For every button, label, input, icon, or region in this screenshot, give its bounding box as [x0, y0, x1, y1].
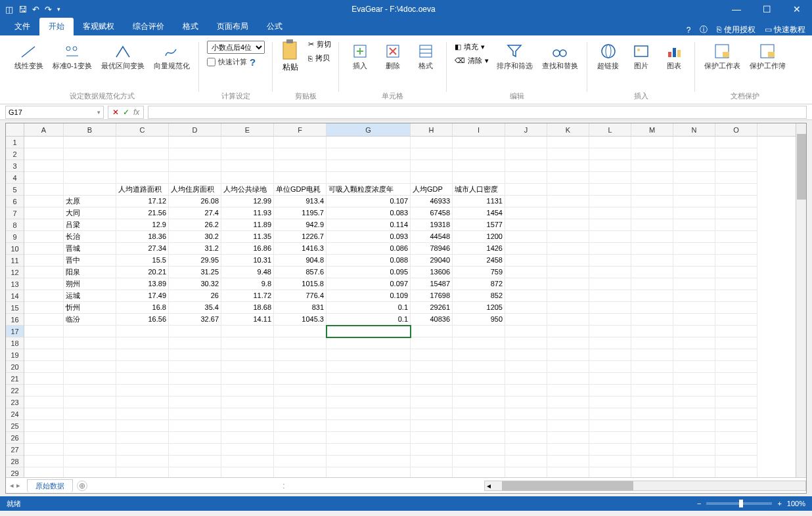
cell-G15[interactable]: 0.1: [327, 302, 411, 314]
sort-filter-button[interactable]: 排序和筛选: [493, 41, 537, 72]
cell-E2[interactable]: [221, 148, 274, 160]
col-header-H[interactable]: H: [411, 123, 453, 136]
cell-H16[interactable]: 40836: [411, 314, 453, 326]
row-header-16[interactable]: 16: [6, 314, 24, 326]
cell-J10[interactable]: [505, 243, 547, 255]
cell-H24[interactable]: [411, 408, 453, 420]
cell-E12[interactable]: 9.48: [221, 267, 274, 278]
cell-C26[interactable]: [116, 432, 169, 444]
row-header-6[interactable]: 6: [6, 196, 24, 207]
cell-A17[interactable]: [24, 326, 64, 337]
cell-J22[interactable]: [505, 385, 547, 397]
cell-K27[interactable]: [547, 444, 589, 456]
cell-H19[interactable]: [411, 349, 453, 361]
cell-N7[interactable]: [673, 207, 715, 219]
cell-J9[interactable]: [505, 231, 547, 243]
tab-nav-first-icon[interactable]: ◂: [10, 481, 14, 490]
cell-C17[interactable]: [116, 326, 169, 337]
picture-button[interactable]: 图片: [625, 41, 657, 72]
row-header-4[interactable]: 4: [6, 172, 24, 184]
cell-H2[interactable]: [411, 148, 453, 160]
cell-D2[interactable]: [169, 148, 221, 160]
cell-I14[interactable]: 852: [453, 290, 505, 302]
cell-K29[interactable]: [547, 467, 589, 477]
cell-D13[interactable]: 30.32: [169, 278, 221, 290]
cell-O15[interactable]: [715, 302, 757, 314]
cell-A11[interactable]: [24, 255, 64, 267]
cell-K1[interactable]: [547, 137, 589, 148]
cell-J28[interactable]: [505, 456, 547, 467]
cell-B10[interactable]: 晋城: [64, 243, 116, 255]
cell-A1[interactable]: [24, 137, 64, 148]
col-header-N[interactable]: N: [673, 123, 715, 136]
cell-B5[interactable]: [64, 184, 116, 196]
redo-icon[interactable]: ↷: [45, 5, 52, 14]
cell-O17[interactable]: [715, 326, 757, 337]
protect-book-button[interactable]: 保护工作簿: [746, 41, 790, 72]
cell-K24[interactable]: [547, 408, 589, 420]
menu-tab-1[interactable]: 开始: [39, 18, 74, 35]
menu-tab-4[interactable]: 格式: [173, 18, 208, 35]
cell-btn-1[interactable]: 删除: [377, 41, 409, 72]
cell-G16[interactable]: 0.1: [327, 314, 411, 326]
cell-O21[interactable]: [715, 373, 757, 385]
cell-N2[interactable]: [673, 148, 715, 160]
cell-K21[interactable]: [547, 373, 589, 385]
cell-M2[interactable]: [631, 148, 673, 160]
cell-E6[interactable]: 12.99: [221, 196, 274, 207]
info-icon[interactable]: ⓘ: [700, 24, 708, 35]
cell-J8[interactable]: [505, 219, 547, 231]
cell-C25[interactable]: [116, 420, 169, 432]
cell-B14[interactable]: 运城: [64, 290, 116, 302]
cell-K13[interactable]: [547, 278, 589, 290]
cell-B16[interactable]: 临汾: [64, 314, 116, 326]
cell-G5[interactable]: 可吸入颗粒度浓度年: [327, 184, 411, 196]
cell-K19[interactable]: [547, 349, 589, 361]
select-all-corner[interactable]: [6, 123, 24, 137]
cell-A26[interactable]: [24, 432, 64, 444]
row-header-7[interactable]: 7: [6, 207, 24, 219]
cell-H8[interactable]: 19318: [411, 219, 453, 231]
row-header-5[interactable]: 5: [6, 184, 24, 196]
cell-O16[interactable]: [715, 314, 757, 326]
cell-I20[interactable]: [453, 361, 505, 373]
cell-O14[interactable]: [715, 290, 757, 302]
cell-B17[interactable]: [64, 326, 116, 337]
cell-D10[interactable]: 31.2: [169, 243, 221, 255]
cell-G4[interactable]: [327, 172, 411, 184]
cell-N16[interactable]: [673, 314, 715, 326]
cell-A7[interactable]: [24, 207, 64, 219]
cell-I18[interactable]: [453, 337, 505, 349]
cell-J15[interactable]: [505, 302, 547, 314]
cell-A4[interactable]: [24, 172, 64, 184]
cell-I1[interactable]: [453, 137, 505, 148]
row-header-21[interactable]: 21: [6, 373, 24, 385]
cell-M26[interactable]: [631, 432, 673, 444]
cell-D28[interactable]: [169, 456, 221, 467]
cell-D17[interactable]: [169, 326, 221, 337]
cell-N14[interactable]: [673, 290, 715, 302]
horizontal-scrollbar[interactable]: ◂: [484, 481, 806, 491]
cell-H4[interactable]: [411, 172, 453, 184]
cell-G10[interactable]: 0.086: [327, 243, 411, 255]
guide-link[interactable]: ▭ 快速教程: [765, 24, 805, 35]
cell-I10[interactable]: 1426: [453, 243, 505, 255]
cell-I26[interactable]: [453, 432, 505, 444]
col-header-J[interactable]: J: [505, 123, 547, 136]
cell-C24[interactable]: [116, 408, 169, 420]
cell-A3[interactable]: [24, 160, 64, 172]
cell-I3[interactable]: [453, 160, 505, 172]
cell-O18[interactable]: [715, 337, 757, 349]
minimize-button[interactable]: —: [727, 3, 746, 16]
cell-A24[interactable]: [24, 408, 64, 420]
cell-E1[interactable]: [221, 137, 274, 148]
cell-B7[interactable]: 大同: [64, 207, 116, 219]
cell-F25[interactable]: [274, 420, 327, 432]
cell-N1[interactable]: [673, 137, 715, 148]
cell-J17[interactable]: [505, 326, 547, 337]
col-header-E[interactable]: E: [221, 123, 274, 136]
cell-E16[interactable]: 14.11: [221, 314, 274, 326]
cell-F12[interactable]: 857.6: [274, 267, 327, 278]
row-header-22[interactable]: 22: [6, 385, 24, 397]
cell-K23[interactable]: [547, 397, 589, 408]
